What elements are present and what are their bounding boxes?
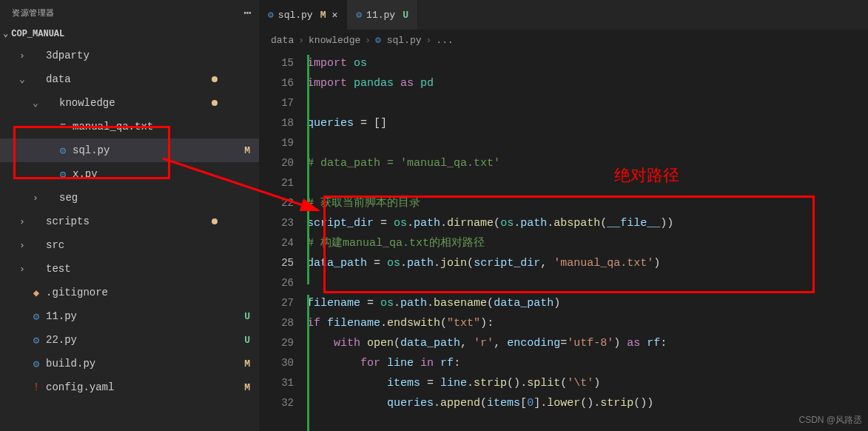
line-number: 22	[259, 193, 294, 213]
code-line[interactable]: # 获取当前脚本的目录	[307, 193, 868, 213]
tree-item-label: 3dparty	[46, 50, 235, 61]
tree-item-label: data	[46, 73, 212, 85]
code-line[interactable]: for line in rf:	[307, 353, 868, 373]
sidebar-title: 资源管理器	[12, 7, 243, 19]
line-number: 21	[259, 173, 294, 193]
code-line[interactable]: script_dir = os.path.dirname(os.path.abs…	[307, 213, 868, 233]
chevron-right-icon: ›	[298, 35, 304, 46]
tab-bar: ⚙sql.pyM✕⚙11.pyU	[259, 0, 868, 30]
tree-file[interactable]: ›⚙22.pyU	[0, 328, 259, 352]
code-line[interactable]: import pandas as pd	[307, 73, 868, 93]
file-type-icon: ⚙	[55, 144, 71, 157]
line-number: 18	[259, 113, 294, 133]
tree-folder[interactable]: ⌄data	[0, 67, 259, 91]
line-number: 30	[259, 353, 294, 373]
project-name: COP_MANUAL	[11, 29, 64, 39]
tree-folder[interactable]: ⌄knowledge	[0, 91, 259, 115]
code-line[interactable]: import os	[307, 53, 868, 73]
tree-file[interactable]: ›≡manual_qa.txt	[0, 115, 259, 138]
tree-file[interactable]: ›⚙sql.pyM	[0, 138, 259, 162]
tab-filename: 11.py	[366, 10, 395, 21]
line-number: 26	[259, 273, 294, 293]
line-number: 29	[259, 333, 294, 353]
tree-folder[interactable]: ›seg	[0, 186, 259, 210]
tree-folder[interactable]: ›test	[0, 257, 259, 281]
breadcrumb-trail: ...	[436, 35, 453, 46]
line-number: 19	[259, 133, 294, 153]
code-line[interactable]: queries.append(items[0].lower().strip())	[307, 393, 868, 413]
tree-item-label: x.py	[73, 168, 235, 180]
file-type-icon: ≡	[55, 121, 71, 133]
modified-dot-icon	[212, 100, 218, 106]
sidebar-header: 资源管理器 ⋯	[0, 0, 259, 25]
line-number: 24	[259, 233, 294, 253]
tab-filename: sql.py	[278, 10, 313, 21]
code-line[interactable]	[307, 93, 868, 113]
code-line[interactable]: with open(data_path, 'r', encoding='utf-…	[307, 333, 868, 353]
git-status-badge: U	[403, 10, 408, 21]
code-line[interactable]: # data_path = 'manual_qa.txt'	[307, 153, 868, 173]
chevron-icon: ›	[16, 50, 28, 61]
tree-item-label: seg	[59, 192, 235, 204]
tree-item-label: knowledge	[59, 97, 212, 109]
line-number-gutter: 151617181920212223242526272829303132	[259, 50, 307, 431]
tree-item-label: config.yaml	[46, 381, 235, 393]
chevron-right-icon: ›	[426, 35, 432, 46]
code-line[interactable]: queries = []	[307, 113, 868, 133]
editor-main: ⚙sql.pyM✕⚙11.pyU data › knowledge › ⚙ sq…	[259, 0, 868, 431]
modified-dot-icon	[212, 76, 218, 82]
tree-folder[interactable]: ›3dparty	[0, 44, 259, 67]
tree-item-label: manual_qa.txt	[73, 121, 235, 133]
file-type-icon: ◆	[28, 287, 44, 299]
code-line[interactable]: items = line.strip().split('\t')	[307, 373, 868, 393]
breadcrumb-part[interactable]: data	[271, 35, 294, 46]
line-number: 17	[259, 93, 294, 113]
code-line[interactable]	[307, 173, 868, 193]
breadcrumb-file[interactable]: sql.py	[387, 35, 422, 46]
chevron-down-icon: ⌄	[3, 28, 8, 39]
tree-item-label: 22.py	[46, 334, 235, 346]
editor-tab[interactable]: ⚙11.pyU	[347, 0, 418, 30]
tree-item-label: sql.py	[73, 144, 235, 156]
tree-file[interactable]: ›⚙x.py	[0, 162, 259, 186]
code-line[interactable]: # 构建manual_qa.txt的相对路径	[307, 233, 868, 253]
close-icon[interactable]: ✕	[332, 9, 337, 21]
file-tree: ›3dparty⌄data⌄knowledge›≡manual_qa.txt›⚙…	[0, 44, 259, 431]
chevron-right-icon: ›	[365, 35, 371, 46]
chevron-icon: ⌄	[16, 73, 28, 85]
tree-file[interactable]: ›⚙11.pyU	[0, 304, 259, 328]
tree-file[interactable]: ›⚙build.pyM	[0, 352, 259, 375]
git-status-badge: U	[235, 335, 250, 346]
line-number: 23	[259, 213, 294, 233]
chevron-icon: ›	[30, 193, 41, 204]
tree-file[interactable]: ›!config.yamlM	[0, 375, 259, 399]
file-type-icon: !	[28, 381, 44, 393]
code-line[interactable]	[307, 133, 868, 153]
line-number: 31	[259, 373, 294, 393]
git-diff-marker	[307, 55, 309, 284]
line-number: 25	[259, 253, 294, 273]
code-area[interactable]: import osimport pandas as pd queries = […	[307, 50, 868, 431]
python-icon: ⚙	[375, 34, 381, 46]
more-actions-icon[interactable]: ⋯	[243, 4, 253, 21]
code-line[interactable]: data_path = os.path.join(script_dir, 'ma…	[307, 253, 868, 273]
code-editor[interactable]: 151617181920212223242526272829303132 imp…	[259, 50, 868, 431]
breadcrumb-part[interactable]: knowledge	[309, 35, 360, 46]
explorer-sidebar: 资源管理器 ⋯ ⌄ COP_MANUAL ›3dparty⌄data⌄knowl…	[0, 0, 259, 431]
code-line[interactable]	[307, 273, 868, 293]
tree-folder[interactable]: ›src	[0, 233, 259, 257]
git-status-badge: M	[320, 10, 326, 21]
file-type-icon: ⚙	[28, 334, 44, 347]
breadcrumb[interactable]: data › knowledge › ⚙ sql.py › ...	[259, 30, 868, 50]
tree-folder[interactable]: ›scripts	[0, 210, 259, 233]
file-type-icon: ⚙	[28, 310, 44, 323]
python-icon: ⚙	[268, 9, 274, 21]
tree-file[interactable]: ›◆.gitignore	[0, 281, 259, 304]
git-status-badge: U	[235, 311, 250, 322]
editor-tab[interactable]: ⚙sql.pyM✕	[259, 0, 347, 30]
line-number: 27	[259, 293, 294, 313]
project-name-row[interactable]: ⌄ COP_MANUAL	[0, 25, 259, 44]
code-line[interactable]: if filename.endswith("txt"):	[307, 313, 868, 333]
code-line[interactable]: filename = os.path.basename(data_path)	[307, 293, 868, 313]
modified-dot-icon	[212, 218, 218, 224]
